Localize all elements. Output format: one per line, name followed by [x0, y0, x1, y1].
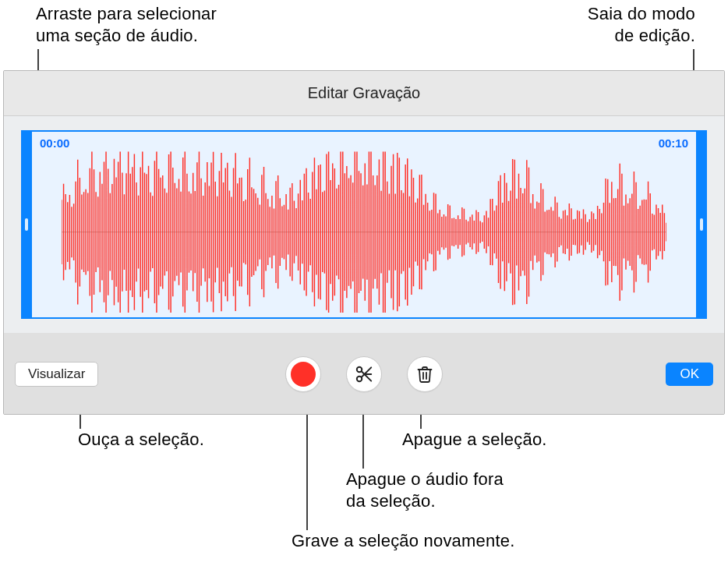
record-icon	[291, 362, 316, 387]
record-button[interactable]	[285, 356, 321, 392]
callout-trim-outside: Apague o áudio fora da seleção.	[346, 469, 504, 511]
callout-drag-select: Arraste para selecionar uma seção de áud…	[36, 3, 217, 46]
waveform-icon	[62, 147, 666, 317]
window-title: Editar Gravação	[4, 71, 724, 116]
trim-handle-left[interactable]	[21, 130, 32, 319]
trash-icon	[415, 365, 434, 384]
ok-button[interactable]: OK	[666, 363, 713, 386]
preview-button[interactable]: Visualizar	[15, 362, 98, 387]
callout-delete-selection: Apague a seleção.	[402, 429, 547, 451]
delete-button[interactable]	[407, 356, 443, 392]
trim-handle-right[interactable]	[696, 130, 707, 319]
waveform-selection: 00:00 00:10	[30, 130, 698, 319]
toolbar: Visualizar	[4, 333, 724, 415]
trim-button[interactable]	[346, 356, 382, 392]
callout-listen: Ouça a seleção.	[78, 429, 204, 451]
callout-rerecord: Grave a seleção novamente.	[292, 530, 514, 552]
edit-recording-window: Editar Gravação 00:00 00:10 Visualizar	[3, 70, 725, 415]
waveform-area[interactable]: 00:00 00:10	[4, 116, 724, 333]
callout-exit-edit: Saia do modo de edição.	[588, 3, 695, 46]
scissors-icon	[354, 364, 374, 384]
